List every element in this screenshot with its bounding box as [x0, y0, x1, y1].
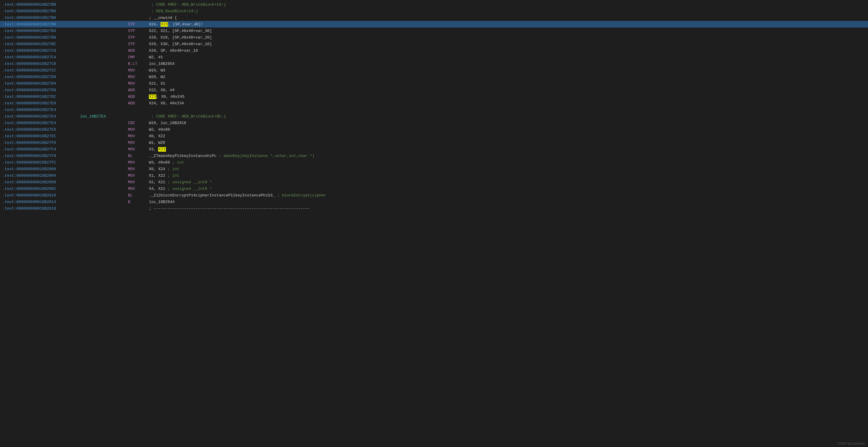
address: .text:000000000018B2804 — [2, 173, 80, 178]
code-line[interactable]: .text:000000000018B27E8MOVW2, #0x80 — [0, 126, 868, 133]
mnemonic: MOV — [128, 187, 149, 191]
address: .text:000000000018B27BC — [2, 42, 80, 46]
mnemonic: STP — [128, 42, 149, 46]
address: .text:000000000018B27B8 — [2, 35, 80, 40]
comment: ; unsigned __int8 * — [168, 180, 212, 185]
highlighted-register: X23 — [149, 94, 156, 99]
code-line[interactable]: .text:000000000018B27F0MOVW1, WZR — [0, 139, 868, 146]
operands: W2, #1 — [149, 55, 163, 60]
operands: X29, X30, [SP,#0x40+var_10] — [149, 42, 212, 46]
code-line[interactable]: .text:000000000018B27E4CBZW19, loc_18B28… — [0, 120, 868, 126]
operands: loc_18B2854 — [149, 62, 175, 66]
code-line[interactable]: .text:000000000018B2814Bloc_18B2844 — [0, 198, 868, 205]
operands: X22, X0, #4 — [149, 88, 175, 92]
address: .text:000000000018B27E8 — [2, 127, 80, 132]
address: .text:000000000018B2810 — [2, 193, 80, 198]
code-line[interactable]: .text:000000000018B27C4CMPW2, #1 — [0, 54, 868, 60]
operands: W2, #0x80 — [149, 127, 170, 132]
code-line[interactable]: .text:000000000018B2818; ---------------… — [0, 205, 868, 212]
code-line[interactable]: .text:000000000018B2804MOVX1, X22; int — [0, 172, 868, 179]
code-line[interactable]: .text:000000000018B27DCADDX23, X0, #0x24… — [0, 93, 868, 100]
mnemonic: MOV — [128, 180, 149, 185]
operands: W19, loc_18B2818 — [149, 121, 186, 125]
address: .text:000000000018B2814 — [2, 200, 80, 204]
code-line[interactable]: .text:000000000018B2810BL._Z12blockEncry… — [0, 192, 868, 198]
mnemonic: MOV — [128, 127, 149, 132]
highlighted-register: X23 — [158, 147, 166, 152]
comment: ; makeKey(keyInstance *,uchar,int,char *… — [219, 154, 315, 158]
address: .text:000000000018B27F0 — [2, 140, 80, 145]
address: .text:000000000018B27D8 — [2, 88, 80, 92]
code-line[interactable]: .text:000000000018B27E0ADDX24, X0, #0x23… — [0, 100, 868, 106]
code-line[interactable]: .text:000000000018B27D4MOVX21, X1 — [0, 80, 868, 87]
code-line[interactable]: .text:000000000018B2808MOVX2, X21; unsig… — [0, 179, 868, 185]
code-line[interactable]: .text:000000000018B27CCMOVW19, W3 — [0, 67, 868, 73]
mnemonic: B — [128, 200, 149, 204]
mnemonic: ADD — [128, 49, 149, 53]
mnemonic: ADD — [128, 94, 149, 99]
code-line[interactable]: .text:000000000018B27B0STPX24, X23, [SP,… — [0, 21, 868, 28]
code-line[interactable]: .text:000000000018B27B0; CODE XREF: HEN_… — [0, 1, 868, 8]
operands: X1, X22 — [149, 173, 165, 178]
code-line[interactable]: .text:000000000018B27C8B.LTloc_18B2854 — [0, 60, 868, 67]
mnemonic: STP — [128, 22, 149, 27]
address: .text:000000000018B27D4 — [2, 81, 80, 86]
mnemonic: MOV — [128, 68, 149, 73]
address: .text:000000000018B2800 — [2, 167, 80, 171]
mnemonic: MOV — [128, 134, 149, 138]
comment: ; HEN_ReadBlock+14↓j — [151, 9, 198, 13]
operands: X24, X23, [SP,#var_40]! — [149, 22, 203, 27]
code-line[interactable]: .text:000000000018B27B4STPX22, X21, [SP,… — [0, 28, 868, 34]
address: .text:000000000018B27B0 — [2, 9, 80, 13]
mnemonic: STP — [128, 35, 149, 40]
code-line[interactable]: .text:000000000018B27BCSTPX29, X30, [SP,… — [0, 41, 868, 47]
address: .text:000000000018B27B4 — [2, 29, 80, 33]
operands: W1, WZR — [149, 140, 165, 145]
address: .text:000000000018B27E4 — [2, 108, 80, 112]
operands: X0, X22 — [149, 134, 165, 138]
code-line[interactable]: .text:000000000018B280CMOVX4, X21; unsig… — [0, 185, 868, 192]
mnemonic: BL — [128, 193, 149, 198]
code-line[interactable]: .text:000000000018B27D0MOVW20, W2 — [0, 73, 868, 80]
code-line[interactable]: .text:000000000018B27B0; HEN_ReadBlock+1… — [0, 8, 868, 14]
address: .text:000000000018B27E0 — [2, 101, 80, 105]
mnemonic: STP — [128, 29, 149, 33]
mnemonic: B.LT — [128, 62, 149, 66]
code-line[interactable]: .text:000000000018B27E4loc_18B27E4; CODE… — [0, 113, 868, 120]
label: loc_18B27E4 — [80, 114, 128, 119]
mnemonic: MOV — [128, 140, 149, 145]
code-line[interactable]: .text:000000000018B27D8ADDX22, X0, #4 — [0, 87, 868, 93]
code-line[interactable]: .text:000000000018B27F4MOVX3, X23 — [0, 146, 868, 153]
code-line[interactable]: .text:000000000018B27F8BL._Z7makeKeyP11k… — [0, 153, 868, 159]
operands: X4, X21 — [149, 187, 165, 191]
code-line[interactable]: .text:000000000018B27ECMOVX0, X22 — [0, 133, 868, 139]
address: .text:000000000018B27E4 — [2, 114, 80, 119]
mnemonic: MOV — [128, 75, 149, 79]
code-line[interactable]: .text:000000000018B27B8STPX20, X19, [SP,… — [0, 34, 868, 41]
address: .text:000000000018B27C0 — [2, 49, 80, 53]
disassembly-view: .text:000000000018B27B0; CODE XREF: HEN_… — [0, 0, 868, 213]
operands: X3, X23 — [149, 147, 166, 152]
comment: ; CODE XREF: HEN_WriteBlock+BC↓j — [151, 114, 226, 119]
code-line[interactable]: .text:000000000018B2800MOVX0, X24; int — [0, 166, 868, 172]
comment: ; unsigned __int8 * — [168, 187, 212, 191]
operands: W19, W3 — [149, 68, 165, 73]
mnemonic: MOV — [128, 173, 149, 178]
address: .text:000000000018B27B0 — [2, 2, 80, 7]
mnemonic: BL — [128, 154, 149, 158]
code-line[interactable]: .text:000000000018B27FCMOVW3, #0x80; int — [0, 159, 868, 166]
comment: ; int — [168, 167, 179, 171]
address: .text:000000000018B27F4 — [2, 147, 80, 152]
mnemonic: MOV — [128, 147, 149, 152]
address: .text:000000000018B27FC — [2, 160, 80, 165]
comment: ; CODE XREF: HEN_WriteBlock+14↑j — [151, 2, 226, 7]
address: .text:000000000018B280C — [2, 187, 80, 191]
mnemonic: ADD — [128, 88, 149, 92]
code-line[interactable]: .text:000000000018B27C0ADDX29, SP, #0x40… — [0, 47, 868, 54]
operands: ._Z7makeKeyP11keyInstancehiPc — [149, 154, 216, 158]
operands: W3, #0x80 — [149, 160, 170, 165]
mnemonic: MOV — [128, 160, 149, 165]
code-line[interactable]: .text:000000000018B27B0; __unwind { — [0, 14, 868, 21]
address: .text:000000000018B27CC — [2, 68, 80, 73]
code-line[interactable]: .text:000000000018B27E4 — [0, 106, 868, 113]
